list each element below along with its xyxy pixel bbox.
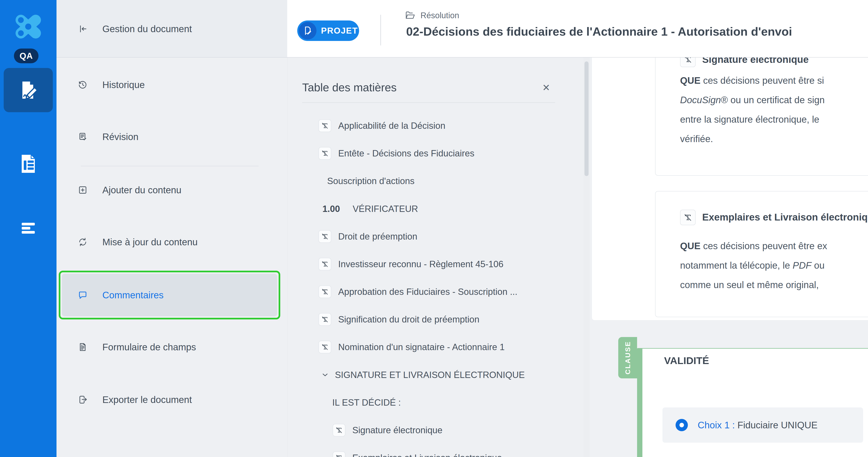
toc-item-label: Droit de préemption: [338, 232, 417, 242]
page-title: 02-Décisions des fiduciaires de l'Action…: [406, 25, 868, 38]
clause-paragraph-line: comme un seul et même original,: [680, 278, 819, 291]
toc-group-signature-livraison[interactable]: SIGNATURE ET LIVRAISON ÉLECTRONIQUE: [320, 367, 525, 383]
suppressed-clause-icon: [318, 119, 331, 132]
text: ® ou un certificat de sign: [721, 95, 825, 105]
clause-paragraph-line: entre la signature électronique, le: [680, 113, 819, 126]
clause-heading: VALIDITÉ: [664, 355, 709, 366]
app-logo[interactable]: [0, 14, 57, 39]
comment-bubble-icon: [78, 290, 88, 300]
clause-box-title: Exemplaires et Livraison électronique: [702, 212, 868, 223]
suppressed-clause-icon: [318, 341, 331, 354]
suppressed-clause-icon: [333, 452, 345, 457]
menu-item-ajouter-du-contenu[interactable]: Ajouter du contenu: [78, 180, 282, 200]
toc-item-label: Nomination d'un signataire - Actionnaire…: [338, 342, 505, 352]
refresh-icon: [78, 237, 88, 247]
suppressed-clause-icon: [680, 210, 695, 225]
suppressed-clause-icon: [680, 58, 695, 67]
menu-item-label: Formulaire de champs: [102, 341, 196, 353]
menu-item-label: Exporter le document: [102, 394, 192, 405]
toc-scrollbar-thumb[interactable]: [585, 61, 589, 176]
toc-item-entete[interactable]: Entête - Décisions des Fiduciaires: [318, 145, 474, 161]
draft-pen-icon: [299, 22, 316, 39]
document-content-area: Signature électronique QUE ces décisions…: [590, 58, 868, 457]
rail-item-document-editor[interactable]: [4, 68, 53, 112]
document-menu-panel: [57, 0, 287, 457]
menu-header-label: Gestion du document: [102, 23, 192, 34]
toc-item-exemplaires[interactable]: Exemplaires et Livraison électronique: [333, 450, 502, 457]
toc-item-signature-electronique[interactable]: Signature électronique: [333, 422, 442, 438]
app-rail: QA: [0, 0, 57, 457]
document-form-icon: [20, 154, 36, 173]
clause-tag-label: CLAUSE: [624, 341, 632, 374]
text: vérifiée.: [680, 133, 713, 144]
clause-paragraph-line: vérifiée.: [680, 132, 713, 145]
rail-item-documents[interactable]: [0, 154, 57, 174]
radio-selected-icon[interactable]: [676, 419, 688, 431]
list-lines-icon: [20, 222, 36, 235]
clause-tag: CLAUSE: [618, 337, 637, 378]
toc-item-verificateur[interactable]: 1.00 VÉRIFICATEUR: [322, 201, 418, 217]
badge-label: PROJET: [321, 26, 358, 36]
toc-item-label: Investisseur reconnu - Règlement 45-106: [338, 259, 503, 269]
chevron-down-icon: [320, 370, 330, 379]
text: notamment la télécopie, le: [680, 260, 793, 271]
menu-divider: [81, 166, 258, 166]
menu-item-label: Mise à jour du contenu: [102, 237, 197, 247]
menu-item-mise-a-jour-du-contenu[interactable]: Mise à jour du contenu: [78, 232, 282, 252]
choice-prefix: Choix 1 :: [698, 420, 737, 430]
toc-item-label: Signification du droit de préemption: [338, 314, 479, 325]
text: ou: [811, 260, 825, 271]
closing-x-logo-icon: [15, 14, 42, 39]
add-square-icon: [78, 185, 88, 195]
clause-box-title: Signature électronique: [702, 58, 809, 65]
menu-item-label: Historique: [102, 79, 145, 90]
toc-item-approbation[interactable]: Approbation des Fiduciaires - Souscripti…: [318, 283, 518, 300]
toc-divider: [302, 102, 555, 103]
toc-item-label: Signature électronique: [352, 425, 442, 435]
menu-item-gestion-du-document[interactable]: Gestion du document: [78, 19, 282, 39]
clause-paragraph-line: notamment la télécopie, le PDF ou: [680, 259, 825, 272]
breadcrumb-label: Résolution: [421, 11, 459, 20]
form-fields-icon: [78, 342, 88, 352]
toc-item-signification[interactable]: Signification du droit de préemption: [318, 311, 479, 328]
toc-item-label: VÉRIFICATEUR: [353, 204, 418, 214]
folder-open-icon: [405, 11, 415, 20]
choice-option-row[interactable]: Choix 1 : Fiduciaire UNIQUE: [662, 407, 863, 443]
signature-document-icon: [17, 79, 39, 101]
close-icon[interactable]: ✕: [540, 82, 552, 94]
toc-item-il-est-decide[interactable]: IL EST DÉCIDÉ :: [332, 394, 401, 411]
text: comme un seul et même original,: [680, 279, 819, 290]
toc-item-label: Exemplaires et Livraison électronique: [352, 453, 502, 457]
app-window: QA: [0, 0, 868, 457]
clause-paragraph-line: QUE ces décisions peuvent être ex: [680, 240, 827, 252]
toc-title: Table des matières: [302, 81, 397, 94]
toc-item-investisseur[interactable]: Investisseur reconnu - Règlement 45-106: [318, 256, 503, 272]
breadcrumb[interactable]: Résolution: [405, 11, 459, 20]
menu-item-exporter-le-document[interactable]: Exporter le document: [78, 390, 282, 410]
suppressed-clause-icon: [318, 313, 331, 326]
rail-item-sections-list[interactable]: [0, 219, 57, 238]
toc-item-souscription[interactable]: Souscription d'actions: [327, 173, 414, 189]
toc-item-label: Approbation des Fiduciaires - Souscripti…: [338, 287, 518, 297]
toc-item-label: Applicabilité de la Décision: [338, 121, 445, 131]
suppressed-clause-icon: [318, 230, 331, 243]
menu-item-commentaires[interactable]: Commentaires: [62, 274, 277, 316]
toc-item-label: IL EST DÉCIDÉ :: [332, 397, 401, 408]
menu-item-historique[interactable]: Historique: [78, 74, 282, 95]
clause-paragraph-line: DocuSign® ou un certificat de sign: [680, 94, 825, 106]
toc-item-nomination[interactable]: Nomination d'un signataire - Actionnaire…: [318, 339, 505, 355]
toc-item-droit-preemption[interactable]: Droit de préemption: [318, 228, 417, 245]
menu-item-formulaire-de-champs[interactable]: Formulaire de champs: [78, 337, 282, 357]
header-separator: [380, 15, 381, 45]
text: ces décisions peuvent être ex: [701, 241, 827, 251]
text: entre la signature électronique, le: [680, 114, 819, 125]
qa-environment-badge: QA: [14, 49, 38, 63]
toc-item-applicabilite[interactable]: Applicabilité de la Décision: [318, 118, 445, 134]
suppressed-clause-icon: [333, 424, 345, 436]
suppressed-clause-icon: [318, 147, 331, 160]
clause-paragraph-line: QUE ces décisions peuvent être si: [680, 74, 824, 87]
bold-text: QUE: [680, 241, 701, 251]
commentaires-highlight-annotation: Commentaires: [59, 271, 280, 319]
menu-item-revision[interactable]: Révision: [78, 126, 282, 147]
choice-label: Fiduciaire UNIQUE: [737, 420, 817, 430]
